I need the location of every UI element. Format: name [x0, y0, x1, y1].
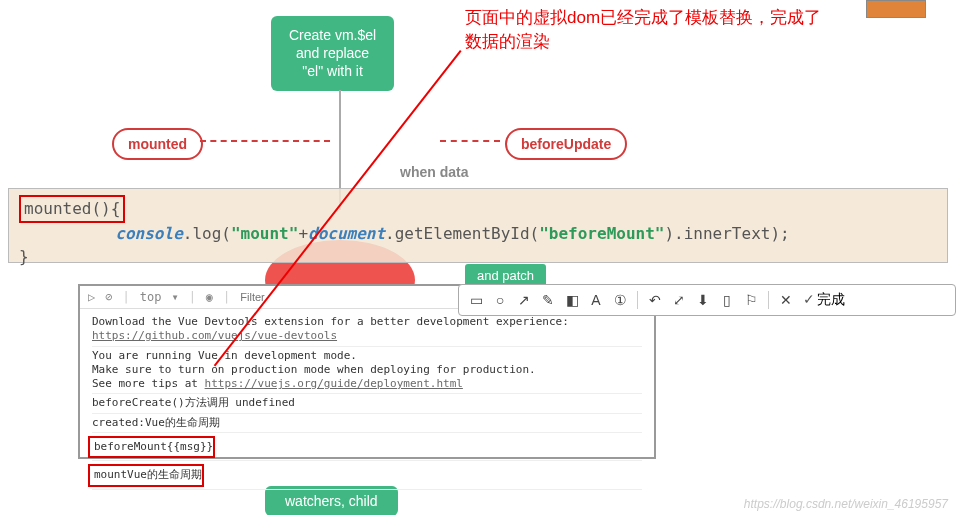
mounted-decl-highlight: mounted(){	[19, 195, 125, 223]
mounted-label: mounted	[112, 128, 203, 160]
text-icon[interactable]: A	[589, 293, 603, 307]
done-button[interactable]: 完成	[803, 291, 845, 309]
undo-icon[interactable]: ↶	[648, 293, 662, 307]
dropdown-icon[interactable]: ▾	[171, 290, 178, 304]
console-msg-beforecreate: beforeCreate()方法调用 undefined	[92, 394, 642, 413]
annotation-toolbar: ▭ ○ ↗ ✎ ◧ A ① ↶ ⤢ ⬇ ▯ ⚐ ✕ 完成	[458, 284, 956, 316]
console-msg-beforemount: beforeMount{{msg}}	[88, 436, 215, 458]
divider-1	[637, 291, 638, 309]
console-msg-mount: mountVue的生命周期	[88, 464, 204, 486]
mask-icon[interactable]: ◧	[565, 293, 579, 307]
rect-icon[interactable]: ▭	[469, 293, 483, 307]
arrow-icon[interactable]: ↗	[517, 293, 531, 307]
bookmark-icon[interactable]: ⚐	[744, 293, 758, 307]
watermark: https://blog.csdn.net/weixin_46195957	[744, 497, 948, 511]
console-msg-created: created:Vue的生命周期	[92, 414, 642, 433]
dash-right	[440, 140, 500, 142]
number-icon[interactable]: ①	[613, 293, 627, 307]
console-body: Download the Vue Devtools extension for …	[80, 309, 654, 494]
context-selector[interactable]: top	[140, 290, 162, 304]
when-data-text: when data	[400, 165, 468, 180]
code-snippet: mounted(){ console.log("mount"+document.…	[8, 188, 948, 263]
close-icon[interactable]: ✕	[779, 293, 793, 307]
pen-icon[interactable]: ✎	[541, 293, 555, 307]
create-node-text: Create vm.$el and replace "el" with it	[289, 27, 376, 79]
dash-left	[200, 140, 330, 142]
expand-icon[interactable]: ⤢	[672, 293, 686, 307]
orange-decoration	[866, 0, 926, 18]
console-msg-devmode: You are running Vue in development mode.…	[92, 347, 642, 395]
eye-icon[interactable]: ◉	[206, 290, 213, 304]
devtools-link[interactable]: https://github.com/vuejs/vue-devtools	[92, 329, 337, 342]
deployment-link[interactable]: https://vuejs.org/guide/deployment.html	[205, 377, 463, 390]
phone-icon[interactable]: ▯	[720, 293, 734, 307]
clear-icon[interactable]: ⊘	[105, 290, 112, 304]
play-icon[interactable]: ▷	[88, 290, 95, 304]
create-vm-el-node: Create vm.$el and replace "el" with it	[271, 16, 394, 91]
download-icon[interactable]: ⬇	[696, 293, 710, 307]
circle-icon[interactable]: ○	[493, 293, 507, 307]
before-update-label: beforeUpdate	[505, 128, 627, 160]
filter-input[interactable]	[240, 291, 320, 303]
annotation-text: 页面中的虚拟dom已经完成了模板替换，完成了 数据的渲染	[465, 6, 821, 54]
divider-2	[768, 291, 769, 309]
console-msg-devtools: Download the Vue Devtools extension for …	[92, 313, 642, 347]
